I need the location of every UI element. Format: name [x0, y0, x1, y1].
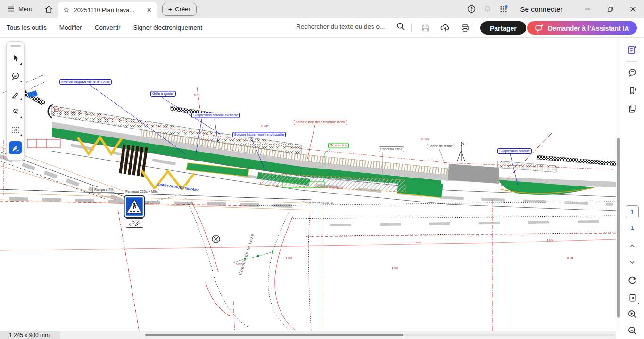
- titlebar-left: Menu 20251110 Plan trava... ✕ + Créer: [0, 0, 197, 18]
- rail-divider: [627, 61, 638, 62]
- document-tab[interactable]: 20251110 Plan trava... ✕: [58, 2, 157, 18]
- callout-rampe-7[interactable]: Rampe à 7%: [92, 187, 115, 193]
- bookmark-icon: [627, 86, 637, 96]
- rotate-page-button[interactable]: [627, 275, 638, 287]
- toolbar-tabs: Tous les outils Modifier Convertir Signe…: [7, 18, 202, 37]
- callout-bande-de-resine[interactable]: Bande de résine: [427, 144, 454, 149]
- ref-label: D-88: [194, 94, 199, 97]
- sign-pen-icon: [10, 143, 21, 153]
- ref-label: B-661: [567, 257, 574, 259]
- print-button[interactable]: [457, 22, 473, 34]
- ai-assistant-button[interactable]: Demander à l’Assistant IA: [527, 21, 637, 35]
- zoom-in-button[interactable]: [627, 308, 638, 320]
- titlebar-right: ? Se connecter: [463, 0, 644, 18]
- apps-grid-icon: [499, 4, 509, 14]
- tab-close-icon[interactable]: ✕: [146, 7, 153, 14]
- search-box[interactable]: [296, 22, 405, 31]
- tab-modifier[interactable]: Modifier: [59, 24, 82, 31]
- fit-page-button[interactable]: [627, 292, 638, 303]
- horizontal-scrollbar-thumb[interactable]: [145, 334, 403, 336]
- tab-title: 20251110 Plan trava...: [74, 7, 142, 14]
- cloud-upload-icon: [440, 23, 450, 33]
- fill-sign-tool[interactable]: [9, 141, 22, 154]
- marker-icon: [10, 89, 21, 99]
- status-bar: 1 245 x 900 mm: [0, 331, 616, 339]
- callout-suppression-bordure[interactable]: Suppression bordure: [497, 148, 532, 154]
- panel-drag-handle[interactable]: [10, 45, 21, 47]
- refresh-icon: [627, 276, 637, 286]
- zoom-out-button[interactable]: [627, 325, 638, 336]
- callout-bordure-haute[interactable]: Bordure haute - non franchissable: [232, 132, 286, 137]
- main-area: D-88 D-1045 D-1046 B-663 B-669 B-670 B-6…: [0, 38, 644, 339]
- highlighter-tool[interactable]: [9, 88, 22, 101]
- ai-assistant-label: Demander à l’Assistant IA: [548, 24, 629, 32]
- save-icon: [421, 23, 430, 33]
- share-button[interactable]: Partager: [480, 21, 526, 35]
- horizontal-scrollbar[interactable]: [145, 334, 614, 336]
- ai-document-icon: [627, 45, 637, 55]
- app-toolbar: Tous les outils Modifier Convertir Signe…: [0, 18, 644, 38]
- create-label: Créer: [175, 6, 190, 13]
- select-tool[interactable]: [9, 52, 22, 65]
- vertical-scrollbar[interactable]: [616, 38, 620, 331]
- home-icon: [44, 4, 54, 14]
- lasso-icon: [10, 107, 21, 117]
- bookmarks-panel-button[interactable]: [627, 85, 638, 96]
- sign-plate-m9d: [126, 218, 143, 228]
- ai-assistant-panel-button[interactable]: [627, 44, 638, 56]
- apps-grid-button[interactable]: [495, 0, 512, 18]
- tab-tous-les-outils[interactable]: Tous les outils: [7, 24, 47, 31]
- upload-cloud-button[interactable]: [437, 22, 453, 34]
- callout-inverser-espace-vert[interactable]: Inverser l'espace vert et le trottoir: [59, 79, 112, 85]
- printer-icon: [460, 23, 470, 33]
- fit-page-icon: [627, 293, 637, 303]
- callout-reseau-feu[interactable]: Réseau feu: [328, 143, 349, 148]
- ref-label: D-1045: [261, 125, 269, 128]
- page-thumbnails-button[interactable]: [627, 103, 638, 114]
- tab-convertir[interactable]: Convertir: [95, 24, 121, 31]
- callout-panneau-pmr[interactable]: Panneau PMR: [379, 146, 404, 152]
- create-button[interactable]: + Créer: [162, 3, 197, 16]
- add-text-tool[interactable]: A: [9, 123, 22, 137]
- chevron-up-icon: [627, 241, 637, 250]
- home-button[interactable]: [41, 0, 58, 18]
- comments-panel-button[interactable]: [627, 67, 638, 78]
- zoom-out-icon: [627, 325, 637, 336]
- svg-text:?: ?: [470, 7, 473, 12]
- ref-label: B-663: [286, 257, 292, 259]
- callout-barriere-bois[interactable]: Barrière bois avec structure métal: [294, 120, 347, 125]
- save-button[interactable]: [417, 22, 433, 34]
- callout-panneau-c20a[interactable]: Panneau C20a + M9d: [124, 189, 159, 194]
- search-icon[interactable]: [396, 22, 405, 31]
- share-label: Partager: [490, 24, 517, 32]
- title-bar: Menu 20251110 Plan trava... ✕ + Créer: [0, 0, 644, 18]
- comment-icon: [10, 71, 21, 81]
- previous-page-button[interactable]: [627, 240, 638, 251]
- street-name: Chemin de la Lèze: [238, 233, 255, 276]
- document-canvas[interactable]: D-88 D-1045 D-1046 B-663 B-669 B-670 B-6…: [0, 38, 616, 331]
- vertical-scrollbar-thumb[interactable]: [617, 138, 620, 318]
- cursor-icon: [10, 53, 21, 64]
- window-minimize-button[interactable]: [576, 0, 599, 18]
- callout-grille-a-ajouter[interactable]: Grille à ajouter: [150, 91, 176, 97]
- minimize-icon: [584, 6, 591, 12]
- quick-tools-panel: A: [6, 41, 25, 161]
- draw-tool[interactable]: [9, 105, 22, 119]
- tab-signer[interactable]: Signer électroniquement: [133, 24, 202, 31]
- window-restore-button[interactable]: [599, 0, 621, 18]
- svg-text:A: A: [14, 128, 17, 132]
- comment-tool[interactable]: [9, 70, 22, 83]
- sign-in-button[interactable]: Se connecter: [520, 5, 563, 13]
- window-close-button[interactable]: [621, 0, 644, 18]
- star-icon[interactable]: [62, 6, 70, 14]
- notifications-button[interactable]: [479, 0, 495, 18]
- page-total: 1: [626, 224, 639, 231]
- help-icon: ?: [467, 4, 476, 14]
- menu-button[interactable]: Menu: [0, 0, 41, 18]
- help-button[interactable]: ?: [463, 0, 479, 18]
- restore-icon: [607, 6, 614, 13]
- page-number-input[interactable]: [626, 205, 639, 218]
- callout-suppression-bordure-existante[interactable]: Suppression bordure existante: [191, 113, 240, 118]
- search-input[interactable]: [296, 23, 396, 30]
- next-page-button[interactable]: [627, 257, 638, 268]
